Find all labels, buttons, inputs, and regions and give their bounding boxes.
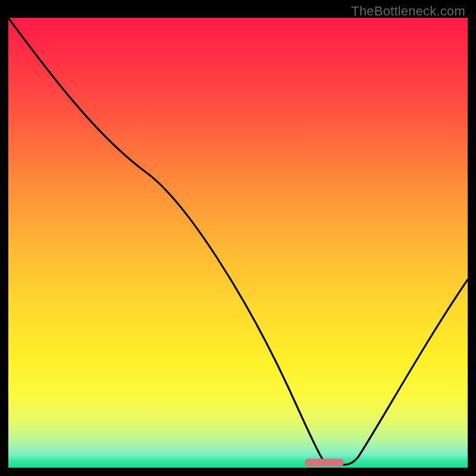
bottleneck-curve <box>8 18 468 465</box>
chart-plot-area <box>8 18 468 468</box>
chart-line <box>8 18 468 468</box>
optimal-range-marker <box>305 459 344 466</box>
watermark-text: TheBottleneck.com <box>351 4 465 19</box>
